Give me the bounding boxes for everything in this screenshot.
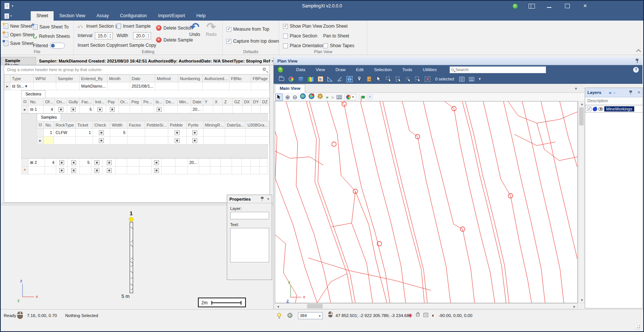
pointer-tool-active[interactable] [275, 94, 283, 101]
grid-cell[interactable] [251, 82, 270, 90]
column-header[interactable] [4, 75, 10, 82]
settings-gear-icon[interactable] [317, 93, 323, 101]
grid-cell[interactable] [44, 137, 54, 144]
grid-cell[interactable] [103, 167, 116, 174]
level-combobox[interactable]: 384▼ [298, 312, 323, 319]
grid-cell[interactable]: 5 [80, 106, 94, 113]
grid-cell[interactable] [223, 106, 233, 113]
sample-sheets-tab[interactable]: Sample Sheets [1, 57, 36, 65]
globe-view-icon[interactable] [346, 76, 353, 82]
select-cursor-icon[interactable] [376, 76, 382, 82]
grid-cell[interactable] [93, 129, 110, 137]
help-icon[interactable]: ? [633, 67, 639, 73]
column-header[interactable]: Type [10, 75, 34, 82]
column-header[interactable]: No. [44, 121, 54, 129]
grid-cell[interactable]: ⊟ St... ▾ [10, 82, 34, 90]
main-view-tab[interactable]: Main View [275, 84, 305, 93]
grid-cell[interactable] [93, 137, 110, 144]
column-header[interactable]: Pe... [142, 98, 154, 106]
grid-cell[interactable] [178, 82, 202, 90]
grid-cell[interactable] [164, 106, 178, 113]
grid-cell[interactable] [186, 129, 203, 137]
pin-icon[interactable] [261, 197, 264, 201]
vertical-scrollbar[interactable]: ▲ ▼ [578, 101, 584, 303]
column-header[interactable]: On... [55, 98, 67, 106]
open-sheet-button[interactable]: Open Sheet [4, 32, 34, 37]
text-input[interactable] [230, 228, 269, 262]
previous-view-icon[interactable]: « [326, 94, 328, 100]
grid-cell[interactable] [232, 159, 242, 167]
lock-icon[interactable] [416, 314, 419, 316]
grid-cell[interactable] [233, 106, 243, 113]
grid-cell[interactable] [175, 167, 188, 174]
grid-cell[interactable] [152, 167, 162, 174]
column-header[interactable]: FBPage [251, 75, 270, 82]
tristate-checkbox[interactable] [110, 107, 115, 112]
grid-cell[interactable] [242, 167, 251, 174]
grid-cell[interactable] [203, 82, 229, 90]
layers-column-header[interactable]: Description [585, 97, 643, 105]
save-sheet-to-button[interactable]: Save Sheet To [33, 24, 69, 30]
new-sheet-button[interactable]: New Sheet [4, 24, 32, 29]
grid-cell[interactable]: CLFW [54, 129, 76, 137]
lightbulb-icon[interactable] [277, 313, 281, 317]
grid-cell[interactable]: 5 [80, 159, 91, 167]
tab-list-dropdown-icon[interactable]: ▼ [574, 87, 578, 91]
grid-cell[interactable] [199, 159, 210, 167]
grid-cell[interactable] [251, 159, 260, 167]
grid-cell[interactable] [56, 167, 67, 174]
pin-icon[interactable] [629, 91, 632, 95]
column-header[interactable]: DZ [261, 98, 270, 106]
grid-cell[interactable] [168, 137, 186, 144]
column-header[interactable]: RockType [54, 121, 76, 129]
tristate-checkbox[interactable] [107, 168, 112, 173]
clear-selection-icon[interactable]: X [424, 76, 431, 82]
column-header[interactable]: Check [93, 121, 110, 129]
select-rect-icon[interactable] [385, 76, 392, 82]
column-header[interactable]: DX [242, 98, 251, 106]
column-header[interactable]: Pebble [168, 121, 186, 129]
menu-draw[interactable]: Draw [330, 67, 351, 72]
grid-cell[interactable] [221, 167, 232, 174]
grid-cell[interactable] [177, 106, 191, 113]
column-header[interactable]: Fac... [80, 98, 94, 106]
column-header[interactable]: DateSa... [225, 121, 246, 129]
grid-cell[interactable]: ▸ [4, 82, 10, 90]
plan-canvas[interactable]: y x z [275, 101, 578, 303]
grid-cell[interactable] [67, 167, 80, 174]
ribbon-collapse-button[interactable] [636, 49, 641, 54]
scroll-up-icon[interactable]: ▲ [580, 102, 584, 106]
mini-tab-icon[interactable]: ✶ [367, 94, 373, 100]
column-header[interactable]: FBNo [229, 75, 251, 82]
grid-cell[interactable] [45, 167, 56, 174]
layers-stack-icon[interactable] [298, 76, 304, 82]
grid-cell[interactable] [67, 106, 80, 113]
grid-toggle-icon[interactable] [337, 95, 342, 99]
column-header[interactable]: Ind... [93, 98, 106, 106]
measure-from-top-checkbox[interactable]: Measure from Top [226, 27, 270, 32]
tab-section-view[interactable]: Section View [54, 11, 91, 21]
column-header[interactable]: ⊡ [37, 121, 44, 129]
grid-cell[interactable]: 20... [191, 106, 203, 113]
globe-icon[interactable] [288, 313, 292, 318]
refresh-sheets-button[interactable]: Refresh Sheets [33, 34, 70, 39]
tab-import-export[interactable]: Import/Export [153, 11, 191, 21]
scroll-down-icon[interactable]: ▼ [580, 298, 584, 302]
grid-cell[interactable] [54, 137, 76, 144]
tab-help[interactable]: Help [191, 11, 211, 21]
zoom-out-icon[interactable]: ⊖ [293, 94, 298, 100]
menu-tools[interactable]: Tools [397, 67, 418, 72]
undo-button[interactable]: ↶Undo [189, 22, 200, 37]
grid-cell[interactable]: 4 [43, 106, 55, 113]
grid-cell[interactable]: 20... [188, 159, 199, 167]
grid-cell[interactable] [91, 159, 103, 167]
column-header[interactable]: Is... [154, 98, 164, 106]
grid-cell[interactable] [229, 82, 251, 90]
close-panel-icon[interactable]: × [638, 90, 640, 95]
status-green-icon[interactable] [512, 3, 518, 9]
grid-cell[interactable]: 4 [45, 159, 56, 167]
tristate-checkbox[interactable] [192, 138, 197, 143]
selection-list-icon[interactable] [468, 76, 475, 82]
grid-cell[interactable] [168, 129, 186, 137]
grid-cell[interactable] [34, 82, 56, 90]
